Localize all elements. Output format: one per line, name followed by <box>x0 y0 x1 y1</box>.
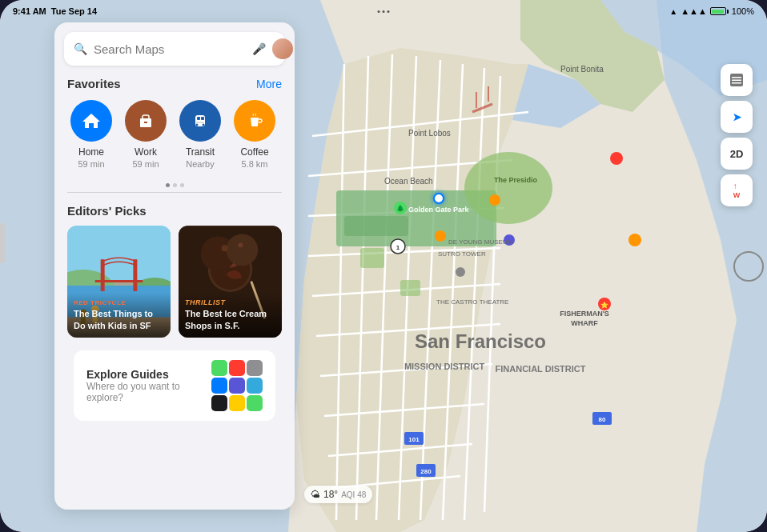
svg-text:SUTRO TOWER: SUTRO TOWER <box>438 250 486 258</box>
explore-guides-section[interactable]: Explore Guides Where do you want to expl… <box>74 350 275 421</box>
svg-point-90 <box>238 242 243 247</box>
pick-overlay-2: thrillist The Best Ice Cream Shops in S.… <box>179 292 282 338</box>
2d-button[interactable]: 2D <box>721 138 753 170</box>
weather-icon: 🌤 <box>311 489 320 500</box>
svg-point-39 <box>489 194 500 206</box>
editors-picks-title: Editors' Picks <box>67 204 282 218</box>
svg-text:280: 280 <box>420 468 432 475</box>
svg-text:FINANCIAL DISTRICT: FINANCIAL DISTRICT <box>496 364 586 374</box>
svg-text:1: 1 <box>396 244 400 251</box>
svg-point-71 <box>196 124 199 126</box>
favorite-home[interactable]: Home 59 min <box>67 100 115 169</box>
explore-icon-3 <box>247 360 263 376</box>
explore-icon-4 <box>211 378 227 394</box>
svg-text:🌲: 🌲 <box>396 204 404 212</box>
svg-text:80: 80 <box>599 416 606 423</box>
svg-point-21 <box>464 152 552 224</box>
svg-text:DE YOUNG MUSEUM: DE YOUNG MUSEUM <box>448 238 513 246</box>
explore-icon-8 <box>229 395 245 411</box>
pick-brand-1: RED TRICYCLE <box>74 299 164 306</box>
pick-card-icecream[interactable]: thrillist The Best Ice Cream Shops in S.… <box>179 226 282 338</box>
svg-text:⭐: ⭐ <box>600 301 608 309</box>
svg-rect-79 <box>95 280 143 282</box>
battery-icon <box>710 7 729 15</box>
svg-rect-66 <box>144 122 147 123</box>
svg-rect-20 <box>344 216 408 236</box>
svg-text:WHARF: WHARF <box>571 319 598 327</box>
pick-brand-2: thrillist <box>185 298 275 306</box>
map-controls: ➤ 2D ↑W <box>721 64 753 206</box>
pick-card-kids-sf[interactable]: RED TRICYCLE The Best Things to Do with … <box>67 226 171 338</box>
dot-3 <box>388 10 390 13</box>
svg-point-72 <box>203 124 205 126</box>
status-bar-right: ▲ ▲▲▲ 100% <box>669 6 754 16</box>
svg-point-89 <box>222 245 228 251</box>
svg-rect-77 <box>101 259 105 291</box>
coffee-label: Coffee <box>240 146 268 158</box>
svg-rect-62 <box>732 77 741 78</box>
map-layers-button[interactable] <box>721 64 753 96</box>
temperature: 18° <box>323 489 338 500</box>
avatar[interactable] <box>272 38 293 59</box>
status-bar-center <box>378 10 390 13</box>
transit-icon <box>179 100 221 142</box>
side-panel: 🔍 🎤 Favorites More Home 59 min <box>54 22 295 510</box>
side-button[interactable] <box>0 223 5 263</box>
favorites-section: Favorites More Home 59 min <box>54 66 295 178</box>
svg-text:Point Bonita: Point Bonita <box>560 65 604 74</box>
pick-overlay-1: RED TRICYCLE The Best Things to Do with … <box>67 293 171 338</box>
pick-title-2: The Best Ice Cream Shops in S.F. <box>185 308 275 331</box>
search-bar[interactable]: 🔍 🎤 <box>64 32 285 66</box>
more-button[interactable]: More <box>256 78 282 90</box>
location-arrow-icon: ▲ <box>669 7 677 16</box>
location-button[interactable]: ➤ <box>721 101 753 133</box>
favorite-work[interactable]: Work 59 min <box>122 100 170 169</box>
svg-text:MISSION DISTRICT: MISSION DISTRICT <box>404 362 485 371</box>
status-bar-left: 9:41 AM Tue Sep 14 <box>13 6 97 16</box>
explore-title: Explore Guides <box>86 368 211 381</box>
weather-badge: 🌤 18° AQI 48 <box>304 486 372 503</box>
svg-text:Point Lobos: Point Lobos <box>408 129 451 138</box>
work-sublabel: 59 min <box>132 159 159 169</box>
svg-rect-63 <box>732 80 741 82</box>
compass-label: ↑W <box>733 182 741 199</box>
svg-point-35 <box>435 194 443 202</box>
svg-point-47 <box>628 234 641 246</box>
editors-picks-section: Editors' Picks <box>54 193 295 344</box>
work-icon <box>125 100 167 142</box>
device-frame: 9:41 AM Tue Sep 14 ▲ ▲▲▲ 100% <box>0 0 767 532</box>
svg-rect-68 <box>197 117 200 120</box>
svg-rect-22 <box>360 248 384 268</box>
svg-text:Golden Gate Park: Golden Gate Park <box>408 206 470 214</box>
favorites-title: Favorites <box>67 77 121 90</box>
search-input[interactable] <box>94 42 246 56</box>
time-display: 9:41 AM <box>13 6 46 16</box>
home-icon <box>70 100 112 142</box>
dot-2 <box>383 10 385 13</box>
coffee-icon <box>234 100 275 142</box>
transit-sublabel: Nearby <box>186 159 214 169</box>
explore-text: Explore Guides Where do you want to expl… <box>86 368 211 403</box>
scroll-indicator <box>54 178 295 192</box>
compass-button[interactable]: ↑W <box>721 174 753 206</box>
svg-rect-64 <box>732 82 741 84</box>
picks-row: RED TRICYCLE The Best Things to Do with … <box>67 226 282 338</box>
explore-icon-1 <box>211 360 227 376</box>
favorite-transit[interactable]: Transit Nearby <box>176 100 224 169</box>
explore-icons-grid <box>211 360 263 411</box>
svg-rect-70 <box>196 122 204 123</box>
microphone-icon[interactable]: 🎤 <box>252 42 266 55</box>
wifi-icon: ▲▲▲ <box>681 6 707 16</box>
status-bar: 9:41 AM Tue Sep 14 ▲ ▲▲▲ 100% <box>0 0 767 22</box>
favorite-coffee[interactable]: Coffee 5.8 km <box>231 100 279 169</box>
svg-text:Ocean Beach: Ocean Beach <box>384 177 433 186</box>
favorites-header: Favorites More <box>67 77 282 90</box>
explore-icon-2 <box>229 360 245 376</box>
coffee-sublabel: 5.8 km <box>241 159 267 169</box>
home-button[interactable] <box>733 251 764 282</box>
scroll-dot-3 <box>180 183 184 187</box>
home-label: Home <box>78 146 104 158</box>
svg-text:THE CASTRO THEATRE: THE CASTRO THEATRE <box>436 298 508 306</box>
dot-1 <box>378 10 380 13</box>
scroll-dot-1 <box>166 183 170 187</box>
